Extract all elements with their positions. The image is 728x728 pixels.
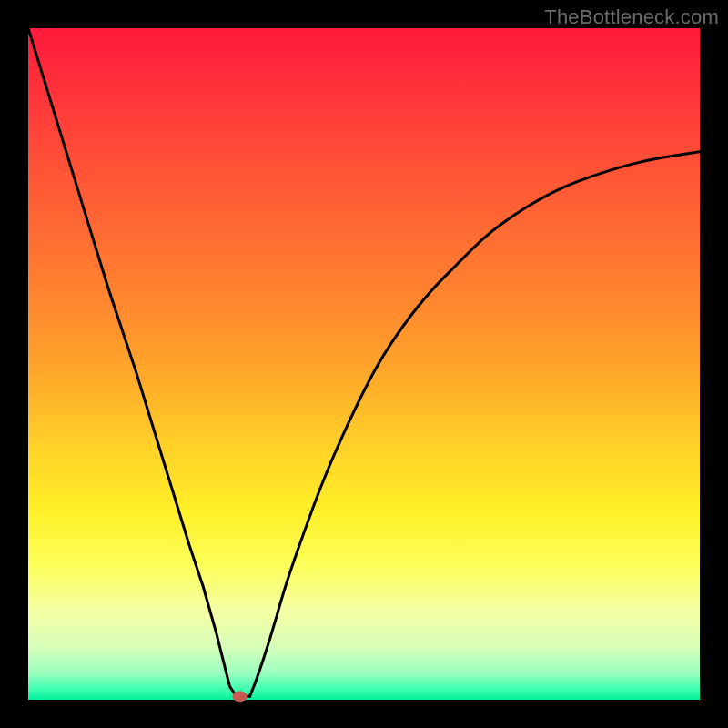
plot-area [28,28,700,700]
curve-svg [28,28,700,700]
optimal-point-marker [233,691,248,702]
bottleneck-curve [28,28,700,696]
watermark-text: TheBottleneck.com [544,5,719,29]
chart-frame: TheBottleneck.com [0,0,728,728]
